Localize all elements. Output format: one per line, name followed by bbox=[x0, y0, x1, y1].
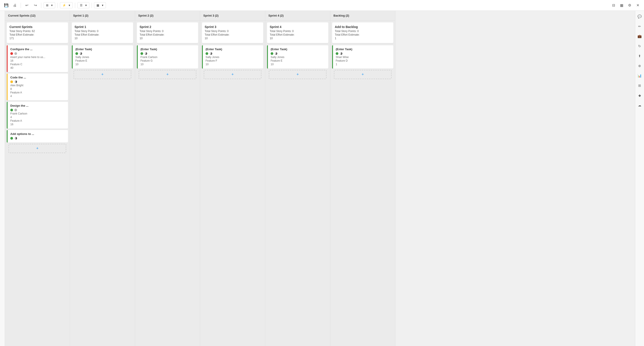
card-effort: 16 bbox=[10, 123, 65, 126]
status-dot bbox=[270, 52, 273, 55]
save-button[interactable]: 💾 bbox=[3, 2, 10, 9]
status-dot bbox=[10, 80, 13, 83]
filter-button[interactable]: ⚡ ▾ bbox=[60, 2, 73, 8]
comment-icon[interactable]: 💬 bbox=[636, 13, 643, 20]
card-dots bbox=[10, 52, 65, 55]
card-view-button[interactable]: ⊞ ▾ bbox=[44, 2, 55, 8]
sprint-view-icon: ▦ bbox=[96, 3, 99, 7]
summary-title: Add to Backlog bbox=[335, 25, 391, 29]
card-dots bbox=[10, 109, 65, 111]
add-task-button-sprint-3[interactable]: + bbox=[204, 70, 262, 79]
status-dot bbox=[10, 52, 13, 55]
column-content-current-sprints: Current Sprints Total Story Points: 62 T… bbox=[5, 21, 70, 346]
column-content-sprint-1: Sprint 1 Total Story Points: 0 Total Eff… bbox=[70, 21, 135, 346]
effort-dot bbox=[210, 52, 212, 55]
card-feature: Feature E bbox=[76, 59, 130, 62]
collapse-button[interactable]: ⊟ bbox=[610, 2, 617, 9]
grid-icon[interactable]: ⊞ bbox=[636, 82, 643, 89]
card-effort: 40 bbox=[10, 66, 65, 69]
diamond-icon[interactable]: ◆ bbox=[636, 92, 643, 99]
summary-effort-value: 1 bbox=[335, 37, 391, 40]
upload-icon[interactable]: ⬆ bbox=[636, 53, 643, 59]
task-card[interactable]: (Enter Task) Sally Jones Feature E 10 bbox=[267, 45, 328, 69]
card-feature: Feature C bbox=[10, 63, 65, 66]
grid-view-button[interactable]: ▦ bbox=[618, 2, 625, 9]
card-assignee: Sally Jones bbox=[270, 56, 326, 59]
summary-story-points: Total Story Points: 0 bbox=[74, 29, 130, 33]
column-content-backlog: Add to Backlog Total Story Points: 0 Tot… bbox=[330, 21, 395, 346]
filter-icon: ⚡ bbox=[62, 3, 66, 7]
card-dots bbox=[10, 80, 65, 83]
card-dots bbox=[10, 137, 65, 140]
card-view-icon: ⊞ bbox=[46, 3, 48, 7]
print-button[interactable]: 🖨 bbox=[11, 2, 18, 9]
effort-dot bbox=[80, 52, 82, 55]
board: Current Sprints (12) Current Sprints Tot… bbox=[5, 11, 635, 346]
levels-chevron: ▾ bbox=[85, 3, 87, 7]
card-dots bbox=[270, 52, 326, 55]
summary-title: Sprint 3 bbox=[205, 25, 260, 29]
task-card[interactable]: (Enter Task) Sally Jones Feature E 10 bbox=[72, 45, 133, 69]
chart-icon[interactable]: 📊 bbox=[636, 73, 643, 79]
card-feature: Feature G bbox=[140, 59, 196, 62]
card-dots bbox=[206, 52, 260, 55]
add-task-button-sprint-1[interactable]: + bbox=[74, 70, 131, 79]
card-effort: 1 bbox=[336, 63, 391, 66]
card-title: (Enter Task) bbox=[270, 47, 326, 51]
summary-title: Sprint 4 bbox=[270, 25, 326, 29]
summary-story-points: Total Story Points: 0 bbox=[140, 29, 196, 33]
card-assignee: Sally Jones bbox=[206, 56, 260, 59]
effort-dot bbox=[340, 52, 342, 55]
status-dot bbox=[336, 52, 338, 55]
sprint-view-chevron: ▾ bbox=[102, 3, 104, 7]
toolbar-right: ⊟ ▦ ⚙ ✕ bbox=[610, 2, 641, 9]
summary-effort-label: Total Effort Estimate: bbox=[140, 33, 196, 36]
task-card[interactable]: (Enter Task) Frank Carlson Feature G 10 bbox=[137, 45, 198, 69]
add-task-button-current-sprints[interactable]: + bbox=[8, 144, 66, 153]
task-card[interactable]: Code the ... Alex Bright 8 Feature A 4 bbox=[7, 73, 68, 100]
column-content-sprint-4: Sprint 4 Total Story Points: 0 Total Eff… bbox=[265, 21, 330, 346]
effort-dot bbox=[14, 109, 17, 111]
summary-effort-label: Total Effort Estimate: bbox=[335, 33, 391, 36]
edit-icon[interactable]: ✏ bbox=[636, 23, 643, 29]
summary-card-current-sprints: Current Sprints Total Story Points: 62 T… bbox=[7, 22, 68, 43]
add-task-button-backlog[interactable]: + bbox=[334, 70, 392, 79]
refresh-icon[interactable]: ↻ bbox=[636, 43, 643, 49]
summary-effort-label: Total Effort Estimate: bbox=[74, 33, 130, 36]
card-assignee: insert your name here to us... bbox=[10, 56, 65, 59]
card-title: (Enter Task) bbox=[140, 47, 196, 51]
card-assignee: Frank Carlson bbox=[10, 112, 65, 115]
card-dots bbox=[336, 52, 391, 55]
task-card[interactable]: Configure the ... insert your name here … bbox=[7, 45, 68, 72]
card-title: (Enter Task) bbox=[76, 47, 130, 51]
cloud-icon[interactable]: ☁ bbox=[636, 102, 643, 108]
card-feature: Feature A bbox=[10, 119, 65, 122]
separator-5 bbox=[92, 3, 92, 8]
levels-button[interactable]: ☰ ▾ bbox=[78, 2, 89, 8]
summary-story-points: Total Story Points: 0 bbox=[205, 29, 260, 33]
undo-button[interactable]: ↩ bbox=[23, 2, 30, 9]
task-card[interactable]: Design the ... Frank Carlson 4 Feature A… bbox=[7, 102, 68, 129]
summary-title: Current Sprints bbox=[10, 25, 65, 29]
separator-2 bbox=[41, 3, 41, 8]
column-content-sprint-3: Sprint 3 Total Story Points: 0 Total Eff… bbox=[200, 21, 265, 346]
task-card[interactable]: (Enter Task) Shari Wise Feature D 1 bbox=[332, 45, 393, 69]
card-points: 16 bbox=[10, 59, 65, 62]
card-title: Code the ... bbox=[10, 76, 65, 79]
task-card[interactable]: Add options to ... bbox=[7, 130, 68, 143]
redo-button[interactable]: ↪ bbox=[32, 2, 39, 9]
summary-effort-label: Total Effort Estimate: bbox=[270, 33, 326, 36]
add-task-button-sprint-4[interactable]: + bbox=[269, 70, 326, 79]
settings-button[interactable]: ⚙ bbox=[626, 2, 633, 9]
card-assignee: Shari Wise bbox=[336, 56, 391, 59]
summary-effort-value: 171 bbox=[10, 37, 65, 40]
close-button[interactable]: ✕ bbox=[634, 2, 641, 9]
status-dot bbox=[140, 52, 143, 55]
briefcase-icon[interactable]: 💼 bbox=[636, 33, 643, 39]
card-title: Configure the ... bbox=[10, 47, 65, 51]
task-card[interactable]: (Enter Task) Sally Jones Feature F 10 bbox=[202, 45, 263, 69]
globe-icon[interactable]: ⊕ bbox=[636, 63, 643, 69]
view-by-sprint-button[interactable]: ▦ ▾ bbox=[94, 2, 106, 8]
add-task-button-sprint-2[interactable]: + bbox=[139, 70, 196, 79]
column-header-backlog: Backlog (2) bbox=[330, 11, 395, 21]
